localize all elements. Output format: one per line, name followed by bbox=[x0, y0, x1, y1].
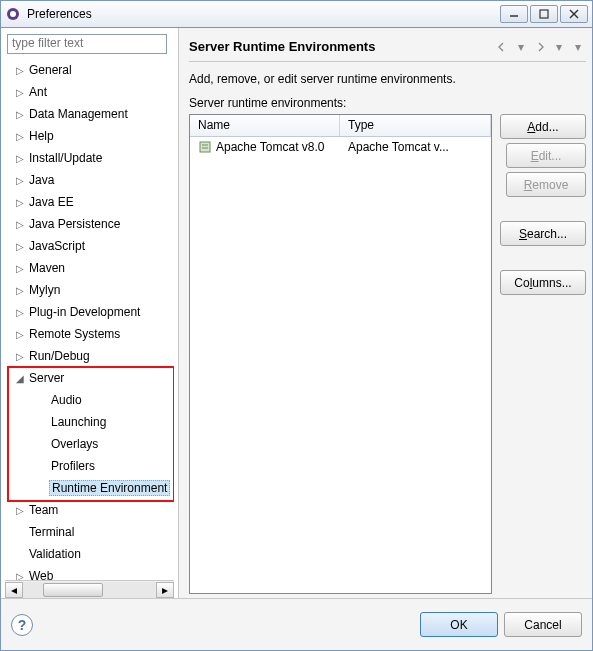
tree-label: Launching bbox=[49, 415, 108, 429]
columns-button[interactable]: Columns... bbox=[500, 270, 586, 295]
expand-icon[interactable]: ▷ bbox=[13, 197, 27, 208]
tree-label: Validation bbox=[27, 547, 83, 561]
expand-icon[interactable]: ▷ bbox=[13, 175, 27, 186]
tree-label: Overlays bbox=[49, 437, 100, 451]
scroll-left-arrow[interactable]: ◂ bbox=[5, 582, 23, 598]
left-panel: ▷General▷Ant▷Data Management▷Help▷Instal… bbox=[1, 28, 179, 598]
tree-item-plug-in-development[interactable]: ▷Plug-in Development bbox=[7, 301, 174, 323]
expand-icon[interactable]: ▷ bbox=[13, 241, 27, 252]
tree-label: Java bbox=[27, 173, 56, 187]
tree-item-data-management[interactable]: ▷Data Management bbox=[7, 103, 174, 125]
expand-icon[interactable]: ▷ bbox=[13, 307, 27, 318]
remove-button[interactable]: Remove bbox=[506, 172, 586, 197]
svg-rect-3 bbox=[540, 10, 548, 18]
forward-dropdown-icon[interactable]: ▾ bbox=[551, 39, 567, 55]
tree-item-ant[interactable]: ▷Ant bbox=[7, 81, 174, 103]
upper-area: ▷General▷Ant▷Data Management▷Help▷Instal… bbox=[1, 28, 592, 598]
expand-icon[interactable]: ▷ bbox=[13, 153, 27, 164]
tree-label: Java EE bbox=[27, 195, 76, 209]
tree-item-general[interactable]: ▷General bbox=[7, 59, 174, 81]
close-button[interactable] bbox=[560, 5, 588, 23]
tree-item-help[interactable]: ▷Help bbox=[7, 125, 174, 147]
filter-input[interactable] bbox=[12, 36, 162, 50]
forward-icon[interactable] bbox=[532, 39, 548, 55]
minimize-button[interactable] bbox=[500, 5, 528, 23]
tree-item-web[interactable]: ▷Web bbox=[7, 565, 174, 580]
window-buttons bbox=[500, 5, 588, 23]
tree-label: Java Persistence bbox=[27, 217, 122, 231]
expand-icon[interactable]: ▷ bbox=[13, 285, 27, 296]
tree-item-java-ee[interactable]: ▷Java EE bbox=[7, 191, 174, 213]
cancel-button[interactable]: Cancel bbox=[504, 612, 582, 637]
runtime-table[interactable]: Name Type Apache Tomcat v8.0Apache Tomca… bbox=[189, 114, 492, 594]
right-header: Server Runtime Environments ▾ ▾ ▾ bbox=[189, 32, 586, 62]
client-area: ▷General▷Ant▷Data Management▷Help▷Instal… bbox=[0, 28, 593, 651]
tree-item-terminal[interactable]: Terminal bbox=[7, 521, 174, 543]
expand-icon[interactable]: ▷ bbox=[13, 109, 27, 120]
expand-icon[interactable]: ▷ bbox=[13, 263, 27, 274]
expand-icon[interactable]: ▷ bbox=[13, 351, 27, 362]
tree-item-audio[interactable]: Audio bbox=[7, 389, 174, 411]
tree-item-mylyn[interactable]: ▷Mylyn bbox=[7, 279, 174, 301]
expand-icon[interactable]: ▷ bbox=[13, 505, 27, 516]
menu-dropdown-icon[interactable]: ▾ bbox=[570, 39, 586, 55]
svg-rect-6 bbox=[200, 142, 210, 152]
maximize-button[interactable] bbox=[530, 5, 558, 23]
tree-item-remote-systems[interactable]: ▷Remote Systems bbox=[7, 323, 174, 345]
tree-hscrollbar[interactable]: ◂ ▸ bbox=[5, 580, 174, 598]
bottom-bar: ? OK Cancel bbox=[1, 598, 592, 650]
tree-item-runtime-environment[interactable]: Runtime Environment bbox=[7, 477, 174, 499]
tree-label: JavaScript bbox=[27, 239, 87, 253]
button-column: Add... Edit... Remove Search... Columns.… bbox=[500, 114, 586, 594]
edit-button[interactable]: Edit... bbox=[506, 143, 586, 168]
right-panel: Server Runtime Environments ▾ ▾ ▾ Add, r… bbox=[179, 28, 592, 598]
add-button[interactable]: Add... bbox=[500, 114, 586, 139]
expand-icon[interactable]: ▷ bbox=[13, 329, 27, 340]
tree-label: Team bbox=[27, 503, 60, 517]
back-icon[interactable] bbox=[494, 39, 510, 55]
tree-item-overlays[interactable]: Overlays bbox=[7, 433, 174, 455]
tree-label: Mylyn bbox=[27, 283, 62, 297]
scroll-right-arrow[interactable]: ▸ bbox=[156, 582, 174, 598]
svg-point-1 bbox=[10, 11, 16, 17]
app-icon bbox=[5, 6, 21, 22]
tree-item-run-debug[interactable]: ▷Run/Debug bbox=[7, 345, 174, 367]
expand-icon[interactable]: ▷ bbox=[13, 65, 27, 76]
preferences-tree[interactable]: ▷General▷Ant▷Data Management▷Help▷Instal… bbox=[5, 59, 174, 580]
tree-item-maven[interactable]: ▷Maven bbox=[7, 257, 174, 279]
tree-label: Audio bbox=[49, 393, 84, 407]
col-name[interactable]: Name bbox=[190, 115, 340, 136]
window-title: Preferences bbox=[27, 7, 500, 21]
tree-item-validation[interactable]: Validation bbox=[7, 543, 174, 565]
help-icon[interactable]: ? bbox=[11, 614, 33, 636]
tree-label: Server bbox=[27, 371, 66, 385]
tree-item-javascript[interactable]: ▷JavaScript bbox=[7, 235, 174, 257]
tree-label: General bbox=[27, 63, 74, 77]
expand-icon[interactable]: ▷ bbox=[13, 219, 27, 230]
search-button[interactable]: Search... bbox=[500, 221, 586, 246]
tree-item-team[interactable]: ▷Team bbox=[7, 499, 174, 521]
tree-label: Remote Systems bbox=[27, 327, 122, 341]
expand-icon[interactable]: ◢ bbox=[13, 373, 27, 384]
tree-item-install-update[interactable]: ▷Install/Update bbox=[7, 147, 174, 169]
tree-item-launching[interactable]: Launching bbox=[7, 411, 174, 433]
expand-icon[interactable]: ▷ bbox=[13, 87, 27, 98]
back-dropdown-icon[interactable]: ▾ bbox=[513, 39, 529, 55]
filter-box[interactable] bbox=[7, 34, 167, 54]
tree-label: Maven bbox=[27, 261, 67, 275]
tree-label: Terminal bbox=[27, 525, 76, 539]
expand-icon[interactable]: ▷ bbox=[13, 571, 27, 581]
tree-item-java[interactable]: ▷Java bbox=[7, 169, 174, 191]
server-icon bbox=[198, 140, 212, 154]
ok-button[interactable]: OK bbox=[420, 612, 498, 637]
expand-icon[interactable]: ▷ bbox=[13, 131, 27, 142]
scroll-track[interactable] bbox=[23, 582, 156, 598]
table-row[interactable]: Apache Tomcat v8.0Apache Tomcat v... bbox=[190, 137, 491, 157]
tree-item-server[interactable]: ◢Server bbox=[7, 367, 174, 389]
scroll-thumb[interactable] bbox=[43, 583, 103, 597]
tree-item-java-persistence[interactable]: ▷Java Persistence bbox=[7, 213, 174, 235]
col-type[interactable]: Type bbox=[340, 115, 491, 136]
tree-item-profilers[interactable]: Profilers bbox=[7, 455, 174, 477]
tree-label: Data Management bbox=[27, 107, 130, 121]
tree-label: Web bbox=[27, 569, 55, 580]
